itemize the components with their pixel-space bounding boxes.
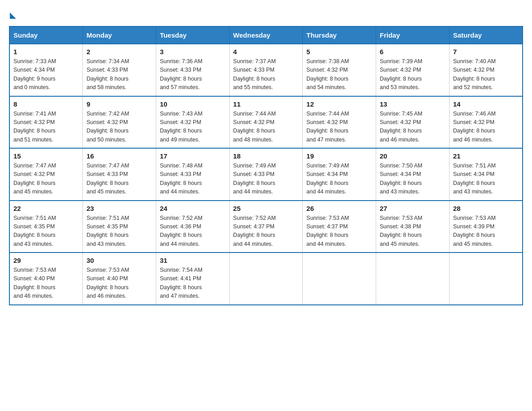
calendar-week-row: 22 Sunrise: 7:51 AMSunset: 4:35 PMDaylig…	[9, 201, 523, 253]
calendar-header-row: SundayMondayTuesdayWednesdayThursdayFrid…	[9, 26, 523, 44]
day-info: Sunrise: 7:47 AMSunset: 4:33 PMDaylight:…	[86, 163, 129, 195]
day-info: Sunrise: 7:34 AMSunset: 4:33 PMDaylight:…	[86, 58, 129, 90]
day-number: 6	[380, 48, 446, 56]
calendar-cell: 25 Sunrise: 7:52 AMSunset: 4:37 PMDaylig…	[229, 201, 303, 253]
calendar-cell: 21 Sunrise: 7:51 AMSunset: 4:34 PMDaylig…	[449, 148, 523, 201]
day-number: 2	[86, 48, 152, 56]
calendar-cell: 1 Sunrise: 7:33 AMSunset: 4:34 PMDayligh…	[9, 44, 83, 96]
col-header-monday: Monday	[83, 26, 156, 44]
day-info: Sunrise: 7:44 AMSunset: 4:32 PMDaylight:…	[306, 111, 349, 143]
page-header	[9, 9, 523, 17]
day-info: Sunrise: 7:39 AMSunset: 4:32 PMDaylight:…	[380, 58, 422, 90]
day-number: 19	[306, 152, 372, 160]
day-number: 24	[160, 205, 226, 212]
calendar-cell: 17 Sunrise: 7:48 AMSunset: 4:33 PMDaylig…	[156, 148, 229, 201]
calendar-cell: 18 Sunrise: 7:49 AMSunset: 4:33 PMDaylig…	[229, 148, 303, 201]
calendar-cell: 3 Sunrise: 7:36 AMSunset: 4:33 PMDayligh…	[156, 44, 229, 96]
day-number: 9	[86, 100, 152, 108]
calendar-table: SundayMondayTuesdayWednesdayThursdayFrid…	[9, 26, 523, 305]
day-number: 17	[160, 152, 226, 160]
calendar-cell: 20 Sunrise: 7:50 AMSunset: 4:34 PMDaylig…	[376, 148, 450, 201]
calendar-cell: 22 Sunrise: 7:51 AMSunset: 4:35 PMDaylig…	[9, 201, 83, 253]
day-info: Sunrise: 7:45 AMSunset: 4:32 PMDaylight:…	[380, 111, 422, 143]
calendar-cell: 30 Sunrise: 7:53 AMSunset: 4:40 PMDaylig…	[83, 253, 156, 305]
day-info: Sunrise: 7:52 AMSunset: 4:37 PMDaylight:…	[233, 215, 276, 247]
col-header-thursday: Thursday	[303, 26, 376, 44]
day-info: Sunrise: 7:43 AMSunset: 4:32 PMDaylight:…	[160, 111, 202, 143]
calendar-cell: 15 Sunrise: 7:47 AMSunset: 4:32 PMDaylig…	[9, 148, 83, 201]
day-number: 14	[453, 100, 519, 108]
day-info: Sunrise: 7:49 AMSunset: 4:34 PMDaylight:…	[306, 163, 349, 195]
day-number: 27	[380, 205, 446, 212]
day-number: 1	[13, 48, 79, 56]
day-info: Sunrise: 7:40 AMSunset: 4:32 PMDaylight:…	[453, 58, 496, 90]
calendar-cell: 23 Sunrise: 7:51 AMSunset: 4:35 PMDaylig…	[83, 201, 156, 253]
logo	[9, 9, 16, 17]
day-number: 28	[453, 205, 519, 212]
day-number: 31	[160, 257, 226, 264]
day-number: 16	[86, 152, 152, 160]
logo-arrow-icon	[10, 13, 16, 19]
calendar-cell	[303, 253, 376, 305]
calendar-cell	[449, 253, 523, 305]
calendar-week-row: 15 Sunrise: 7:47 AMSunset: 4:32 PMDaylig…	[9, 148, 523, 201]
day-number: 29	[13, 257, 79, 264]
day-info: Sunrise: 7:53 AMSunset: 4:38 PMDaylight:…	[380, 215, 422, 247]
col-header-tuesday: Tuesday	[156, 26, 229, 44]
calendar-cell: 16 Sunrise: 7:47 AMSunset: 4:33 PMDaylig…	[83, 148, 156, 201]
day-info: Sunrise: 7:49 AMSunset: 4:33 PMDaylight:…	[233, 163, 276, 195]
day-info: Sunrise: 7:47 AMSunset: 4:32 PMDaylight:…	[13, 163, 56, 195]
day-number: 21	[453, 152, 519, 160]
day-info: Sunrise: 7:53 AMSunset: 4:39 PMDaylight:…	[453, 215, 496, 247]
day-info: Sunrise: 7:53 AMSunset: 4:37 PMDaylight:…	[306, 215, 349, 247]
calendar-cell: 6 Sunrise: 7:39 AMSunset: 4:32 PMDayligh…	[376, 44, 450, 96]
day-info: Sunrise: 7:36 AMSunset: 4:33 PMDaylight:…	[160, 58, 202, 90]
calendar-cell: 13 Sunrise: 7:45 AMSunset: 4:32 PMDaylig…	[376, 96, 450, 149]
day-info: Sunrise: 7:53 AMSunset: 4:40 PMDaylight:…	[86, 267, 129, 299]
calendar-cell: 19 Sunrise: 7:49 AMSunset: 4:34 PMDaylig…	[303, 148, 376, 201]
day-number: 13	[380, 100, 446, 108]
day-number: 4	[233, 48, 299, 56]
day-number: 11	[233, 100, 299, 108]
calendar-week-row: 1 Sunrise: 7:33 AMSunset: 4:34 PMDayligh…	[9, 44, 523, 96]
calendar-cell: 29 Sunrise: 7:53 AMSunset: 4:40 PMDaylig…	[9, 253, 83, 305]
col-header-saturday: Saturday	[449, 26, 523, 44]
day-info: Sunrise: 7:51 AMSunset: 4:35 PMDaylight:…	[13, 215, 56, 247]
col-header-friday: Friday	[376, 26, 450, 44]
calendar-cell: 2 Sunrise: 7:34 AMSunset: 4:33 PMDayligh…	[83, 44, 156, 96]
day-number: 12	[306, 100, 372, 108]
day-info: Sunrise: 7:41 AMSunset: 4:32 PMDaylight:…	[13, 111, 56, 143]
day-number: 25	[233, 205, 299, 212]
calendar-cell: 8 Sunrise: 7:41 AMSunset: 4:32 PMDayligh…	[9, 96, 83, 149]
day-info: Sunrise: 7:46 AMSunset: 4:32 PMDaylight:…	[453, 111, 496, 143]
col-header-wednesday: Wednesday	[229, 26, 303, 44]
day-info: Sunrise: 7:44 AMSunset: 4:32 PMDaylight:…	[233, 111, 276, 143]
day-number: 30	[86, 257, 152, 264]
calendar-week-row: 8 Sunrise: 7:41 AMSunset: 4:32 PMDayligh…	[9, 96, 523, 149]
calendar-cell: 26 Sunrise: 7:53 AMSunset: 4:37 PMDaylig…	[303, 201, 376, 253]
calendar-cell: 24 Sunrise: 7:52 AMSunset: 4:36 PMDaylig…	[156, 201, 229, 253]
calendar-cell: 4 Sunrise: 7:37 AMSunset: 4:33 PMDayligh…	[229, 44, 303, 96]
day-info: Sunrise: 7:50 AMSunset: 4:34 PMDaylight:…	[380, 163, 422, 195]
calendar-cell: 9 Sunrise: 7:42 AMSunset: 4:32 PMDayligh…	[83, 96, 156, 149]
day-number: 20	[380, 152, 446, 160]
calendar-cell: 12 Sunrise: 7:44 AMSunset: 4:32 PMDaylig…	[303, 96, 376, 149]
day-info: Sunrise: 7:52 AMSunset: 4:36 PMDaylight:…	[160, 215, 202, 247]
day-info: Sunrise: 7:42 AMSunset: 4:32 PMDaylight:…	[86, 111, 129, 143]
calendar-cell: 10 Sunrise: 7:43 AMSunset: 4:32 PMDaylig…	[156, 96, 229, 149]
day-number: 3	[160, 48, 226, 56]
day-info: Sunrise: 7:54 AMSunset: 4:41 PMDaylight:…	[160, 267, 202, 299]
day-info: Sunrise: 7:37 AMSunset: 4:33 PMDaylight:…	[233, 58, 276, 90]
day-number: 18	[233, 152, 299, 160]
day-number: 26	[306, 205, 372, 212]
calendar-cell: 7 Sunrise: 7:40 AMSunset: 4:32 PMDayligh…	[449, 44, 523, 96]
day-info: Sunrise: 7:53 AMSunset: 4:40 PMDaylight:…	[13, 267, 56, 299]
day-number: 5	[306, 48, 372, 56]
day-info: Sunrise: 7:51 AMSunset: 4:34 PMDaylight:…	[453, 163, 496, 195]
day-number: 10	[160, 100, 226, 108]
day-info: Sunrise: 7:48 AMSunset: 4:33 PMDaylight:…	[160, 163, 202, 195]
calendar-cell: 11 Sunrise: 7:44 AMSunset: 4:32 PMDaylig…	[229, 96, 303, 149]
calendar-cell	[376, 253, 450, 305]
day-number: 23	[86, 205, 152, 212]
col-header-sunday: Sunday	[9, 26, 83, 44]
